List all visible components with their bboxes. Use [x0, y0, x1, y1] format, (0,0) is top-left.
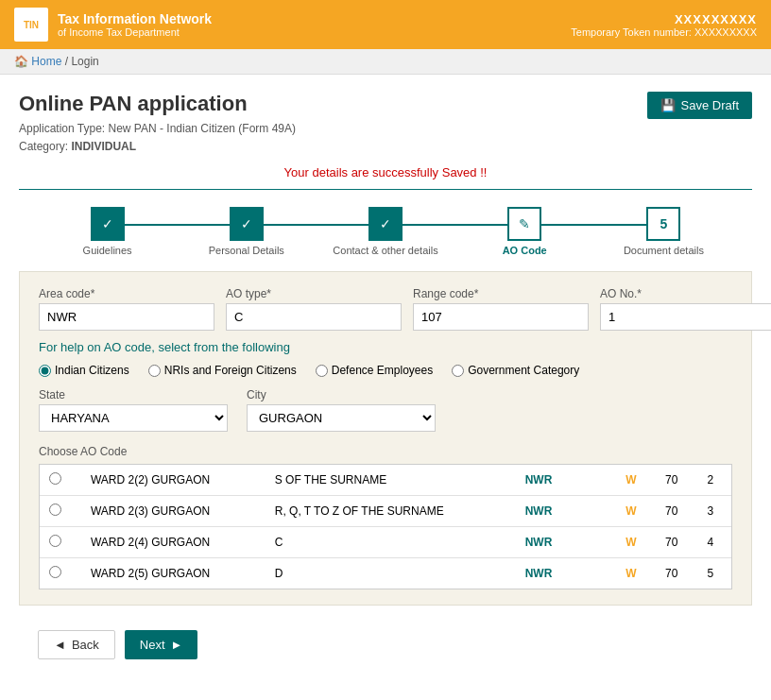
step-document: 5 Document details	[594, 207, 733, 256]
ao-row-radio-2[interactable]	[49, 504, 61, 516]
radio-govt-text: Government Category	[468, 364, 579, 377]
step-label-contact: Contact & other details	[333, 245, 437, 256]
checkmark-contact	[380, 216, 391, 231]
back-arrow-icon: ◄	[54, 638, 66, 652]
radio-govt-label[interactable]: Government Category	[452, 364, 579, 377]
city-group: City GURGAON FARIDABAD AMBALA	[247, 388, 436, 432]
next-arrow-icon: ►	[171, 638, 183, 652]
breadcrumb-home[interactable]: Home	[31, 55, 61, 68]
type-1: W	[616, 465, 656, 496]
bottom-navigation: ◄ Back Next ►	[19, 617, 752, 673]
step-label-personal: Personal Details	[209, 245, 284, 256]
range-code-group: Range code*	[413, 287, 589, 331]
area-3: NWR	[516, 527, 617, 558]
type-4: W	[616, 558, 656, 589]
type-3: W	[616, 527, 656, 558]
token-value-small: XXXXXXXXX	[694, 26, 757, 38]
area-2: NWR	[516, 496, 617, 527]
category-value: INDIVIDUAL	[71, 140, 136, 153]
radio-nri-text: NRIs and Foreign Citizens	[164, 364, 297, 377]
range-4: 70	[656, 558, 697, 589]
radio-nri-label[interactable]: NRIs and Foreign Citizens	[148, 364, 297, 377]
ao-no-group: AO No.*	[600, 287, 771, 331]
step-circle-personal	[230, 207, 264, 241]
page-header: TIN Tax Information Network of Income Ta…	[0, 0, 771, 49]
page-title: Online PAN application	[19, 92, 296, 116]
checkmark-personal	[241, 216, 252, 231]
ao-no-1: 2	[697, 465, 731, 496]
save-draft-label: Save Draft	[681, 98, 739, 112]
area-code-input[interactable]	[39, 303, 214, 331]
step-personal: Personal Details	[177, 207, 316, 256]
ao-no-label: AO No.*	[600, 287, 771, 300]
ao-row-radio-1[interactable]	[49, 472, 61, 485]
range-1: 70	[656, 465, 697, 496]
header-title-sub: of Income Tax Department	[58, 26, 212, 38]
step-contact: Contact & other details	[316, 207, 454, 256]
ward-4: WARD 2(5) GURGAON	[81, 558, 266, 589]
app-type-label: Application Type:	[19, 122, 105, 135]
ao-no-2: 3	[697, 496, 731, 527]
city-label: City	[247, 388, 436, 401]
breadcrumb-separator: /	[65, 55, 68, 68]
range-3: 70	[656, 527, 697, 558]
ao-no-input[interactable]	[600, 303, 771, 331]
area-1: NWR	[516, 465, 617, 496]
step-ao-code: AO Code	[455, 207, 594, 256]
ao-row-radio-3[interactable]	[49, 535, 61, 547]
save-icon: 💾	[660, 98, 676, 112]
save-draft-button[interactable]: 💾 Save Draft	[647, 92, 752, 119]
header-title-main: Tax Information Network	[58, 11, 212, 26]
checkmark-guidelines	[102, 216, 113, 231]
step-label-ao: AO Code	[503, 245, 547, 256]
category-radio-group: Indian Citizens NRIs and Foreign Citizen…	[39, 364, 732, 377]
main-content: Online PAN application Application Type:…	[0, 75, 771, 690]
ward-3: WARD 2(4) GURGAON	[81, 527, 266, 558]
stepper: Guidelines Personal Details Contact & ot…	[19, 197, 752, 271]
logo-area: TIN Tax Information Network of Income Ta…	[14, 8, 212, 42]
range-code-input[interactable]	[413, 303, 589, 331]
radio-indian-text: Indian Citizens	[55, 364, 129, 377]
title-area: Online PAN application Application Type:…	[19, 92, 296, 156]
app-meta: Application Type: New PAN - Indian Citiz…	[19, 120, 296, 156]
back-label: Back	[72, 638, 99, 652]
ao-row-radio-4[interactable]	[49, 566, 61, 578]
step-guidelines: Guidelines	[38, 207, 177, 256]
ao-form-section: Area code* AO type* Range code* AO No.*	[19, 271, 752, 606]
radio-defence[interactable]	[316, 365, 328, 377]
state-select[interactable]: HARYANA DELHI MAHARASHTRA KARNATAKA	[39, 404, 228, 432]
ao-type-input[interactable]	[226, 303, 402, 331]
area-code-group: Area code*	[39, 287, 214, 331]
type-2: W	[616, 496, 656, 527]
back-button[interactable]: ◄ Back	[38, 630, 115, 659]
ao-no-3: 4	[697, 527, 731, 558]
surname-2: R, Q, T TO Z OF THE SURNAME	[266, 496, 516, 527]
next-button[interactable]: Next ►	[125, 630, 198, 659]
breadcrumb-current: Login	[71, 55, 98, 68]
ao-code-table-title: Choose AO Code	[39, 445, 732, 458]
ward-2: WARD 2(3) GURGAON	[81, 496, 266, 527]
logo-icon: TIN	[14, 8, 48, 42]
radio-indian-label[interactable]: Indian Citizens	[39, 364, 129, 377]
city-select[interactable]: GURGAON FARIDABAD AMBALA	[247, 404, 436, 432]
table-row: WARD 2(5) GURGAON D NWR W 70 5	[40, 558, 731, 589]
ao-help-title: For help on AO code, select from the fol…	[39, 340, 732, 354]
table-row: WARD 2(2) GURGAON S OF THE SURNAME NWR W…	[40, 465, 731, 496]
home-icon: 🏠	[14, 55, 28, 68]
area-4: NWR	[516, 558, 617, 589]
token-label: Temporary Token number: XXXXXXXXX	[571, 26, 757, 38]
ao-type-label: AO type*	[226, 287, 402, 300]
next-label: Next	[140, 638, 165, 652]
ao-table-wrapper: WARD 2(2) GURGAON S OF THE SURNAME NWR W…	[39, 464, 732, 589]
range-code-label: Range code*	[413, 287, 589, 300]
radio-nri[interactable]	[148, 365, 161, 377]
surname-1: S OF THE SURNAME	[266, 465, 516, 496]
radio-defence-label[interactable]: Defence Employees	[316, 364, 433, 377]
state-label: State	[39, 388, 228, 401]
ao-no-4: 5	[697, 558, 731, 589]
radio-govt[interactable]	[452, 365, 464, 377]
radio-indian[interactable]	[39, 365, 51, 377]
ao-table: WARD 2(2) GURGAON S OF THE SURNAME NWR W…	[40, 465, 731, 589]
table-row: WARD 2(4) GURGAON C NWR W 70 4	[40, 527, 731, 558]
step-circle-doc: 5	[646, 207, 680, 241]
